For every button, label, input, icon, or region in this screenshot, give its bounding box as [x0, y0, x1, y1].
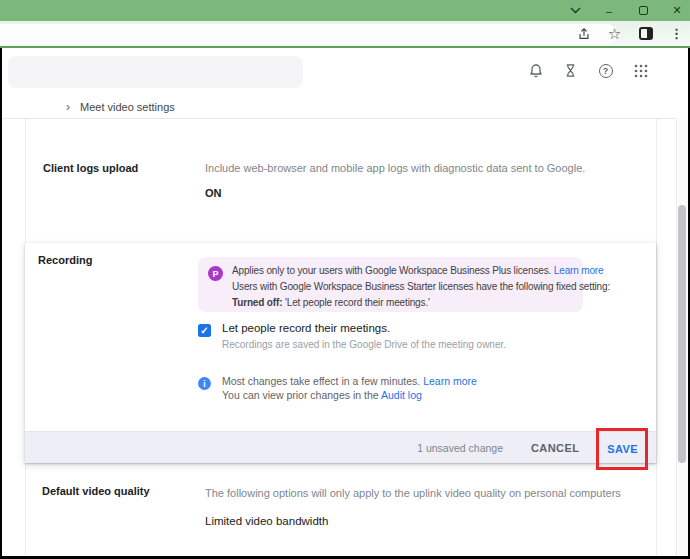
breadcrumb-chevron-icon: ›	[66, 100, 70, 114]
client-logs-label: Client logs upload	[43, 162, 138, 174]
help-icon[interactable]: ?	[597, 62, 614, 79]
notice-line2: Users with Google Workspace Business Sta…	[232, 279, 610, 295]
default-video-quality-label: Default video quality	[42, 485, 150, 497]
default-video-quality-value[interactable]: Limited video bandwidth	[205, 515, 328, 527]
window-frame-left	[0, 48, 2, 559]
window-minimize-button[interactable]: –	[602, 4, 616, 18]
bookmark-star-icon[interactable]: ☆	[606, 25, 623, 42]
apps-grid-icon[interactable]	[632, 62, 649, 79]
side-panel-icon[interactable]	[637, 25, 654, 42]
browser-menu-icon[interactable]: ⋮	[668, 25, 685, 42]
default-video-quality-description: The following options will only apply to…	[205, 487, 621, 499]
browser-titlebar: – ✕	[0, 0, 690, 21]
breadcrumb: › Meet video settings	[66, 100, 175, 114]
recording-card: Recording P Applies only to your users w…	[25, 243, 656, 463]
header-divider	[2, 118, 676, 119]
record-meetings-checkbox[interactable]: ✓	[198, 324, 211, 337]
notifications-bell-icon[interactable]	[527, 62, 544, 79]
window-close-button[interactable]: ✕	[670, 4, 684, 18]
window-chevron-down-icon[interactable]	[568, 4, 582, 18]
breadcrumb-label[interactable]: Meet video settings	[80, 101, 175, 113]
content-right-border	[656, 119, 657, 556]
save-button[interactable]: SAVE	[607, 443, 638, 455]
address-bar[interactable]	[0, 24, 617, 44]
search-input[interactable]	[8, 56, 303, 88]
workspace-plus-badge-icon: P	[208, 266, 223, 281]
client-logs-value[interactable]: ON	[205, 187, 222, 199]
client-logs-description: Include web-browser and mobile app logs …	[205, 162, 585, 174]
scrollbar-thumb[interactable]	[678, 205, 686, 463]
record-meetings-checkbox-label[interactable]: Let people record their meetings.	[222, 322, 390, 334]
unsaved-change-status: 1 unsaved change	[417, 442, 503, 454]
browser-toolbar: ☆ ⋮	[0, 21, 690, 46]
audit-log-link[interactable]: Audit log	[381, 389, 422, 401]
info-line2: You can view prior changes in the Audit …	[222, 389, 422, 401]
cancel-button[interactable]: CANCEL	[531, 442, 579, 454]
recording-label: Recording	[38, 254, 92, 266]
license-notice: P Applies only to your users with Google…	[198, 257, 583, 312]
admin-header: ?	[2, 48, 688, 95]
share-icon[interactable]	[575, 25, 592, 42]
info-icon: i	[198, 377, 211, 390]
restore-icon	[639, 6, 648, 15]
record-meetings-sublabel: Recordings are saved in the Google Drive…	[222, 339, 506, 350]
notice-learn-more-link[interactable]: Learn more	[554, 265, 604, 276]
tasks-hourglass-icon[interactable]	[562, 62, 579, 79]
info-learn-more-link[interactable]: Learn more	[423, 375, 477, 387]
window-restore-button[interactable]	[636, 4, 650, 18]
help-glyph: ?	[599, 64, 613, 78]
info-line1: Most changes take effect in a few minute…	[222, 375, 477, 387]
notice-line3: Turned off: 'Let people record their mee…	[232, 295, 610, 311]
notice-line1: Applies only to your users with Google W…	[232, 263, 610, 279]
side-panel-glyph	[639, 27, 653, 40]
card-action-bar: 1 unsaved change CANCEL SAVE	[25, 431, 656, 463]
